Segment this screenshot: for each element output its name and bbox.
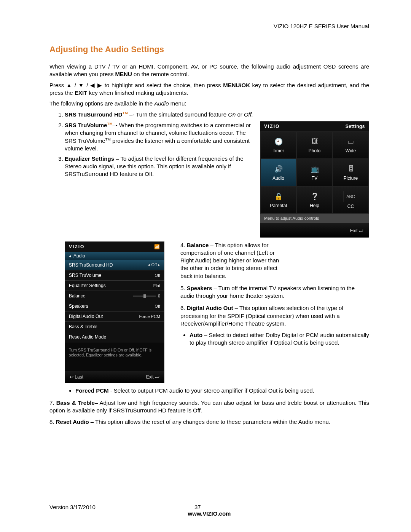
- settings-audio-label: Audio: [272, 176, 284, 181]
- photo-icon: 🖼: [309, 137, 320, 147]
- item2-dash: –-: [113, 122, 119, 128]
- settings-help-label: Help: [310, 203, 319, 208]
- audio-osd-exit-label: Exit: [146, 374, 154, 380]
- settings-picture-label: Picture: [344, 176, 358, 181]
- settings-photo-label: Photo: [309, 148, 320, 153]
- item3-label: Equalizer Settings: [65, 155, 114, 162]
- cc-icon: ABC: [344, 191, 358, 202]
- menu-keyword: MENU: [115, 71, 132, 77]
- item2-tm: TM: [107, 121, 112, 126]
- settings-hint: Menu to adjust Audio controls: [260, 214, 369, 223]
- dao-auto: Auto – Select to detect either Dolby Dig…: [190, 331, 369, 347]
- option-5: Speakers – Turn off the internal TV spea…: [180, 284, 369, 300]
- settings-brand: VIZIO: [264, 124, 280, 129]
- page-footer: Version 3/17/2010 37 www.VIZIO.com: [49, 504, 369, 517]
- intro-3b: menu:: [169, 100, 186, 107]
- audio-item-7-name: Reset Audio Mode: [69, 334, 106, 340]
- audio-osd-crumb[interactable]: ◂ Audio: [65, 252, 164, 260]
- audio-item-5-name: Digital Audio Out: [69, 314, 103, 319]
- dao-auto-label: Auto: [190, 332, 202, 338]
- item1-dash: –-: [128, 111, 136, 118]
- audio-item-srs-trusurround[interactable]: SRS TruSurround HD◂ Off ▸: [65, 260, 164, 270]
- audio-osd-last-button[interactable]: ↩ Last: [70, 374, 83, 380]
- audio-item-3-value: 0: [133, 294, 160, 298]
- settings-parental-label: Parental: [270, 203, 287, 208]
- item1-off: Off.: [244, 111, 253, 118]
- item1-on: On: [228, 111, 236, 118]
- audio-item-0-name: SRS TruSurround HD: [69, 262, 113, 268]
- item4-label: Balance: [187, 242, 209, 248]
- audio-item-equalizer[interactable]: Equalizer SettingsFlat: [65, 281, 164, 291]
- audio-item-bass-treble[interactable]: Bass & Treble: [65, 322, 164, 332]
- page-title: Adjusting the Audio Settings: [49, 45, 369, 54]
- tv-icon: 📺: [309, 164, 320, 174]
- slider-thumb: [143, 294, 146, 298]
- audio-osd: VIZIO 📶 ◂ Audio SRS TruSurround HD◂ Off …: [65, 241, 164, 383]
- audio-item-speakers[interactable]: SpeakersOff: [65, 301, 164, 312]
- dao-fpcm-label: Forced PCM: [75, 387, 109, 394]
- audio-item-balance[interactable]: Balance0: [65, 291, 164, 301]
- picture-icon: 🎛: [345, 164, 357, 174]
- settings-exit-button[interactable]: Exit ⮐: [350, 228, 363, 233]
- item7-label: Bass & Treble: [56, 399, 95, 406]
- row-audio-osd: VIZIO 📶 ◂ Audio SRS TruSurround HD◂ Off …: [49, 241, 369, 383]
- dao-fpcm-text: - Select to output PCM audio to your ste…: [109, 387, 314, 394]
- audio-item-5-value: Force PCM: [139, 314, 160, 319]
- footer-page-number: 37: [194, 504, 201, 510]
- intro-paragraph-3: The following options are available in t…: [49, 100, 369, 107]
- row-items-2-3: SRS TruVolumeTM–- When the programming s…: [49, 121, 369, 238]
- settings-help[interactable]: ❔Help: [296, 186, 333, 214]
- intro-1a: When viewing a DTV / TV or an HDMI, Comp…: [49, 63, 369, 77]
- audio-item-3-value-text: 0: [158, 294, 160, 298]
- audio-italic: Audio: [154, 100, 169, 107]
- audio-item-digital-audio-out[interactable]: Digital Audio OutForce PCM: [65, 312, 164, 322]
- settings-audio[interactable]: 🔊Audio: [260, 159, 296, 186]
- item1-label: SRS TruSurround HD: [65, 111, 123, 118]
- settings-osd: VIZIO Settings 🕘Timer 🖼Photo ▭Wide 🔊Audi…: [260, 121, 369, 238]
- audio-item-1-value: Off: [155, 273, 160, 278]
- item1-tm: TM: [123, 111, 128, 115]
- intro-2c: key when finished making adjustments.: [87, 89, 188, 96]
- audio-item-truvolume[interactable]: SRS TruVolumeOff: [65, 270, 164, 281]
- audio-item-1-name: SRS TruVolume: [69, 273, 101, 278]
- exit-icon: ⮐: [155, 374, 159, 380]
- settings-exit-row: Exit ⮐: [260, 223, 369, 237]
- settings-grid: 🕘Timer 🖼Photo ▭Wide 🔊Audio 📺TV 🎛Picture …: [260, 131, 369, 214]
- settings-photo[interactable]: 🖼Photo: [296, 131, 333, 159]
- audio-item-reset[interactable]: Reset Audio Mode: [65, 332, 164, 342]
- option-7: 7. Bass & Treble– Adjust low and high fr…: [49, 399, 369, 415]
- item7-num: 7.: [49, 399, 56, 406]
- settings-exit-label: Exit: [350, 228, 358, 233]
- item1-text-a: Turn the simulated surround feature: [136, 111, 228, 118]
- settings-tv[interactable]: 📺TV: [296, 159, 333, 186]
- item2-label: SRS TruVolume: [65, 122, 107, 128]
- audio-osd-brand: VIZIO: [69, 244, 84, 249]
- settings-parental[interactable]: 🔒Parental: [260, 186, 296, 214]
- option-6: Digital Audio Out – This option allows s…: [180, 304, 369, 347]
- audio-item-4-name: Speakers: [69, 304, 88, 309]
- header-product-line: VIZIO 120HZ E SERIES User Manual: [49, 23, 369, 29]
- option-list-top: SRS TruSurround HDTM –- Turn the simulat…: [65, 110, 369, 118]
- settings-tv-label: TV: [312, 176, 317, 181]
- intro-paragraph-1: When viewing a DTV / TV or an HDMI, Comp…: [49, 63, 369, 78]
- settings-timer[interactable]: 🕘Timer: [260, 131, 296, 159]
- exit-icon: ⮐: [359, 228, 363, 233]
- audio-item-0-value: ◂ Off ▸: [148, 262, 160, 267]
- item6-label: Digital Audio Out: [187, 305, 233, 311]
- settings-timer-label: Timer: [272, 148, 284, 153]
- item8-num: 8.: [49, 419, 56, 425]
- audio-osd-exit-button[interactable]: Exit ⮐: [146, 374, 159, 380]
- item1-or: or: [236, 111, 244, 118]
- item5-label: Speakers: [187, 285, 212, 291]
- dao-forced-pcm: Forced PCM - Select to output PCM audio …: [75, 387, 369, 395]
- item7-text: – Adjust low and high frequency sounds. …: [95, 399, 358, 406]
- settings-screen-label: Settings: [346, 124, 365, 129]
- settings-cc[interactable]: ABCCC: [333, 186, 369, 214]
- menuok-keyword: MENU/OK: [223, 82, 250, 88]
- audio-item-4-value: Off: [155, 304, 160, 308]
- settings-wide[interactable]: ▭Wide: [333, 131, 369, 159]
- audio-item-6-name: Bass & Treble: [69, 324, 97, 329]
- settings-picture[interactable]: 🎛Picture: [333, 159, 369, 186]
- manual-page: VIZIO 120HZ E SERIES User Manual Adjusti…: [0, 0, 411, 532]
- option-1: SRS TruSurround HDTM –- Turn the simulat…: [65, 110, 369, 118]
